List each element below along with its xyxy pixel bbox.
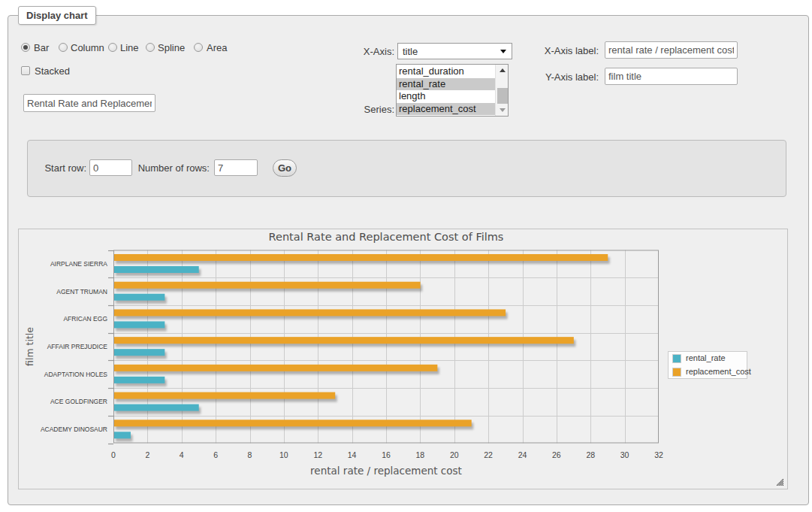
radio-line-label[interactable]: Line [120, 42, 139, 53]
bar-replacement_cost [114, 365, 438, 371]
chevron-down-icon [500, 50, 506, 53]
x-tick-label: 28 [586, 450, 595, 459]
scrollbar-thumb[interactable] [497, 88, 508, 104]
bar-replacement_cost [114, 392, 336, 399]
bar-replacement_cost [114, 420, 472, 426]
series-option-rental-duration[interactable]: rental_duration [397, 65, 495, 78]
x-tick-label: 6 [213, 450, 218, 459]
x-axis-selected-value: title [403, 46, 418, 57]
go-button[interactable]: Go [273, 159, 297, 177]
page: Display chart Bar Column Line Spline Are… [0, 0, 812, 512]
bar-rental_rate [114, 294, 165, 301]
series-listbox[interactable]: rental_duration rental_rate length repla… [396, 64, 509, 117]
legend-swatch-rental-rate [672, 354, 681, 363]
x-axis-label-label: X-Axis label: [526, 45, 599, 56]
x-tick-label: 14 [348, 450, 357, 459]
bar-replacement_cost [114, 309, 506, 316]
series-option-rental-rate[interactable]: rental_rate [397, 78, 495, 91]
chart-legend: rental_rate replacement_cost [668, 351, 747, 379]
y-tick-marks [108, 251, 113, 444]
legend-swatch-replacement-cost [672, 368, 681, 377]
bar-replacement_cost [114, 337, 574, 344]
x-tick-labels: 02468101214161820222426283032 [111, 450, 663, 459]
radio-column[interactable] [59, 43, 68, 52]
bar-replacement_cost [114, 254, 608, 261]
start-row-input[interactable] [89, 159, 132, 176]
x-tick-label: 20 [450, 450, 459, 459]
scroll-up-icon [500, 68, 506, 72]
x-tick-label: 24 [518, 450, 527, 459]
listbox-scrollbar[interactable] [495, 65, 508, 116]
bar-rental_rate [114, 404, 199, 411]
x-tick-label: 30 [620, 450, 629, 459]
number-of-rows-label: Number of rows: [137, 162, 210, 174]
y-axis-label-label: Y-Axis label: [526, 71, 599, 83]
y-category-label: AIRPLANE SIERRA [50, 260, 107, 268]
stacked-checkbox[interactable] [21, 66, 30, 75]
fieldset-legend-title: Display chart [18, 6, 96, 25]
radio-spline[interactable] [146, 43, 155, 52]
radio-spline-label[interactable]: Spline [158, 42, 185, 53]
scroll-down-button[interactable] [496, 105, 509, 116]
legend-label-replacement-cost: replacement_cost [686, 367, 751, 376]
x-tick-label: 22 [484, 450, 493, 459]
bar-rental_rate [114, 349, 165, 356]
number-of-rows-input[interactable] [214, 159, 258, 176]
x-axis-label-input[interactable] [605, 41, 738, 59]
y-category-label: AFRICAN EGG [63, 315, 107, 323]
scroll-up-button[interactable] [496, 65, 509, 76]
x-axis-label: X-Axis: [323, 46, 394, 57]
legend-label-rental-rate: rental_rate [686, 353, 726, 362]
start-row-label: Start row: [35, 162, 86, 174]
x-tick-label: 4 [180, 450, 184, 459]
radio-area-label[interactable]: Area [207, 42, 227, 53]
radio-bar[interactable] [21, 43, 30, 52]
y-category-label: ACADEMY DINOSAUR [41, 426, 107, 433]
y-category-label: AFFAIR PREJUDICE [47, 343, 108, 350]
y-category-labels: AIRPLANE SIERRAAGENT TRUMANAFRICAN EGGAF… [41, 260, 107, 433]
radio-column-label[interactable]: Column [71, 42, 104, 53]
x-tick-label: 32 [654, 450, 663, 459]
bar-replacement_cost [114, 282, 421, 289]
radio-area[interactable] [194, 43, 203, 52]
x-tick-label: 2 [145, 450, 149, 459]
y-category-label: ACE GOLDFINGER [50, 398, 107, 405]
x-tick-label: 12 [313, 450, 322, 459]
x-tick-label: 18 [416, 450, 425, 459]
resize-handle[interactable] [777, 479, 783, 486]
chart-title-input[interactable] [23, 94, 155, 112]
x-tick-label: 0 [111, 450, 116, 459]
scroll-down-icon [500, 108, 506, 112]
x-tick-label: 16 [382, 450, 391, 459]
bar-rental_rate [114, 432, 131, 438]
bar-rental_rate [114, 266, 199, 273]
chart-panel: Rental Rate and Replacement Cost of Film… [18, 229, 788, 489]
y-category-label: AGENT TRUMAN [56, 288, 107, 295]
y-axis-label-input[interactable] [605, 68, 738, 85]
radio-bar-label[interactable]: Bar [34, 42, 49, 53]
stacked-label[interactable]: Stacked [35, 65, 70, 77]
bar-rental_rate [114, 377, 165, 383]
x-tick-label: 8 [248, 450, 252, 459]
x-axis-title: rental rate / replacement cost [310, 465, 462, 477]
series-option-replacement-cost[interactable]: replacement_cost [397, 103, 495, 116]
x-axis-select[interactable]: title [397, 43, 512, 59]
y-category-label: ADAPTATION HOLES [44, 371, 108, 378]
series-label: Series: [323, 104, 394, 115]
series-option-length[interactable]: length [397, 90, 495, 103]
radio-line[interactable] [108, 43, 117, 52]
x-tick-label: 26 [552, 450, 561, 459]
x-tick-label: 10 [279, 450, 288, 459]
y-axis-title: film title [24, 327, 35, 366]
bar-rental_rate [114, 321, 165, 328]
